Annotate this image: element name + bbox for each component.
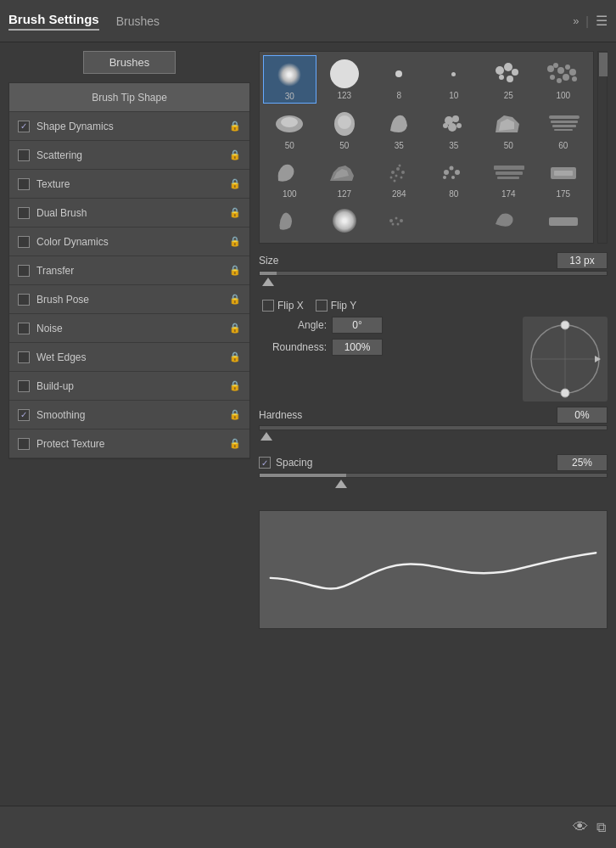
brush-grid-scrollbar[interactable] xyxy=(597,51,608,244)
tab-brushes[interactable]: Brushes xyxy=(116,14,160,28)
settings-item-texture[interactable]: Texture 🔒 xyxy=(9,170,249,199)
angle-circle-svg[interactable] xyxy=(523,317,608,402)
dual-brush-checkbox[interactable] xyxy=(18,207,30,219)
scrollbar-thumb[interactable] xyxy=(599,53,608,76)
brush-num-60: 60 xyxy=(558,141,568,150)
brush-tip-row4-2[interactable] xyxy=(318,202,372,239)
hardness-slider-thumb[interactable] xyxy=(260,432,272,441)
settings-item-wet-edges[interactable]: Wet Edges 🔒 xyxy=(9,343,249,372)
flip-y-label: Flip Y xyxy=(331,300,356,312)
color-dynamics-label: Color Dynamics xyxy=(36,236,226,248)
settings-item-shape-dynamics[interactable]: Shape Dynamics 🔒 xyxy=(9,112,249,141)
brush-tip-100[interactable]: 100 xyxy=(537,55,591,104)
hardness-value[interactable]: 0% xyxy=(557,407,608,424)
brush-tip-80[interactable]: 80 xyxy=(428,154,481,200)
brush-svg-284 xyxy=(381,157,417,188)
size-label: Size xyxy=(259,255,552,267)
color-dynamics-lock-icon[interactable]: 🔒 xyxy=(229,236,241,247)
shape-dynamics-checkbox[interactable] xyxy=(18,121,30,132)
protect-texture-checkbox[interactable] xyxy=(18,438,30,450)
brush-tip-284[interactable]: 284 xyxy=(372,154,426,200)
brush-tip-35b[interactable]: 35 xyxy=(428,105,481,152)
brush-tip-row4-6[interactable] xyxy=(537,202,591,239)
brush-tip-row4-5[interactable] xyxy=(482,202,535,239)
angle-value[interactable]: 0° xyxy=(332,317,383,334)
size-slider-thumb[interactable] xyxy=(262,278,274,286)
buildup-checkbox[interactable] xyxy=(18,380,30,392)
brushes-button[interactable]: Brushes xyxy=(83,51,176,74)
settings-item-color-dynamics[interactable]: Color Dynamics 🔒 xyxy=(9,227,249,256)
shape-dynamics-label: Shape Dynamics xyxy=(36,121,226,132)
color-dynamics-checkbox[interactable] xyxy=(18,236,30,248)
angle-widget[interactable] xyxy=(523,317,608,402)
menu-icon[interactable]: ☰ xyxy=(596,13,608,29)
settings-item-smoothing[interactable]: Smoothing 🔒 xyxy=(9,401,249,430)
brush-tip-25[interactable]: 25 xyxy=(482,55,535,104)
spacing-slider[interactable] xyxy=(259,473,608,478)
chevron-right-icon[interactable]: » xyxy=(573,14,579,27)
settings-item-protect-texture[interactable]: Protect Texture 🔒 xyxy=(9,430,249,458)
settings-item-noise[interactable]: Noise 🔒 xyxy=(9,314,249,343)
settings-item-buildup[interactable]: Build-up 🔒 xyxy=(9,372,249,401)
brush-tip-123[interactable]: 123 xyxy=(318,55,372,104)
brush-tip-127[interactable]: 127 xyxy=(318,154,372,200)
transfer-checkbox[interactable] xyxy=(18,265,30,277)
settings-item-transfer[interactable]: Transfer 🔒 xyxy=(9,256,249,285)
protect-texture-lock-icon[interactable]: 🔒 xyxy=(229,438,241,449)
brush-tip-175[interactable]: 175 xyxy=(537,154,591,200)
size-slider[interactable] xyxy=(259,271,608,276)
eye-icon[interactable]: 👁 xyxy=(573,818,588,836)
spacing-checkbox[interactable] xyxy=(259,457,271,469)
brush-tip-174[interactable]: 174 xyxy=(482,154,535,200)
divider: | xyxy=(585,14,589,28)
smoothing-label: Smoothing xyxy=(36,409,226,421)
svg-point-1 xyxy=(504,63,512,71)
transfer-lock-icon[interactable]: 🔒 xyxy=(229,265,241,276)
smoothing-checkbox[interactable] xyxy=(18,409,30,421)
smoothing-lock-icon[interactable]: 🔒 xyxy=(229,409,241,420)
spacing-value[interactable]: 25% xyxy=(557,454,608,471)
brush-num-50a: 50 xyxy=(285,141,294,150)
brush-tip-60[interactable]: 60 xyxy=(537,105,591,152)
brush-tip-30[interactable]: 30 xyxy=(263,55,316,104)
scattering-lock-icon[interactable]: 🔒 xyxy=(229,149,241,160)
flip-y-checkbox[interactable] xyxy=(316,300,328,312)
brush-pose-lock-icon[interactable]: 🔒 xyxy=(229,294,241,305)
dual-brush-lock-icon[interactable]: 🔒 xyxy=(229,207,241,218)
brush-tip-50b[interactable]: 50 xyxy=(318,105,372,152)
spacing-slider-thumb[interactable] xyxy=(335,480,347,488)
settings-item-brush-tip-shape[interactable]: Brush Tip Shape xyxy=(9,83,249,112)
svg-point-47 xyxy=(400,219,403,222)
flip-x-item[interactable]: Flip X xyxy=(262,300,304,312)
brush-tip-row4-1[interactable] xyxy=(263,202,316,239)
buildup-lock-icon[interactable]: 🔒 xyxy=(229,380,241,391)
flip-y-item[interactable]: Flip Y xyxy=(316,300,356,312)
noise-lock-icon[interactable]: 🔒 xyxy=(229,323,241,334)
texture-lock-icon[interactable]: 🔒 xyxy=(229,178,241,189)
brush-tip-50a[interactable]: 50 xyxy=(263,105,316,152)
brush-tip-35a[interactable]: 35 xyxy=(372,105,426,152)
brush-tip-50c[interactable]: 50 xyxy=(482,105,535,152)
brush-tip-row4-3[interactable] xyxy=(372,202,426,239)
shape-dynamics-lock-icon[interactable]: 🔒 xyxy=(229,121,241,132)
brush-tip-8[interactable]: 8 xyxy=(372,55,426,104)
wet-edges-checkbox[interactable] xyxy=(18,351,30,363)
flip-row: Flip X Flip Y xyxy=(259,300,608,312)
settings-item-dual-brush[interactable]: Dual Brush 🔒 xyxy=(9,199,249,227)
brush-tip-10[interactable]: 10 xyxy=(428,55,481,104)
hardness-section: Hardness 0% xyxy=(259,407,608,449)
brush-tip-100b[interactable]: 100 xyxy=(263,154,316,200)
roundness-value[interactable]: 100% xyxy=(332,339,383,356)
tab-brush-settings[interactable]: Brush Settings xyxy=(8,12,99,31)
noise-checkbox[interactable] xyxy=(18,323,30,334)
wet-edges-lock-icon[interactable]: 🔒 xyxy=(229,351,241,362)
hardness-slider[interactable] xyxy=(259,425,608,430)
size-value[interactable]: 13 px xyxy=(557,252,608,269)
settings-item-scattering[interactable]: Scattering 🔒 xyxy=(9,141,249,170)
brush-pose-checkbox[interactable] xyxy=(18,294,30,306)
new-layer-icon[interactable]: ⧉ xyxy=(596,820,606,835)
texture-checkbox[interactable] xyxy=(18,178,30,190)
scattering-checkbox[interactable] xyxy=(18,149,30,161)
flip-x-checkbox[interactable] xyxy=(262,300,274,312)
settings-item-brush-pose[interactable]: Brush Pose 🔒 xyxy=(9,285,249,314)
